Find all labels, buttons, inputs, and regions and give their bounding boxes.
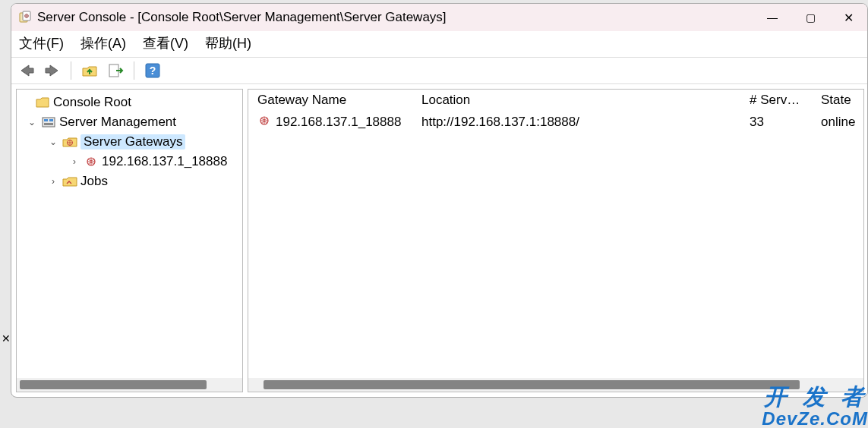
toolbar: ? <box>11 57 867 84</box>
list-horizontal-scrollbar[interactable] <box>248 378 863 392</box>
tree-node-server-management[interactable]: ⌄ Server Management <box>20 112 242 132</box>
management-icon <box>41 115 56 129</box>
scrollbar-thumb[interactable] <box>20 380 207 389</box>
forward-arrow-icon <box>44 64 61 77</box>
tree-node-gateway-instance[interactable]: › 192.168.137.1_18888 <box>20 152 242 172</box>
chevron-right-icon[interactable]: › <box>47 176 59 187</box>
list-pane: Gateway Name Location # Serv… State 192.… <box>248 89 864 392</box>
folder-icon <box>35 96 50 109</box>
svg-rect-9 <box>44 123 53 125</box>
app-window: Server Console - [Console Root\Server Ma… <box>11 3 868 398</box>
tree-label: Jobs <box>80 174 108 189</box>
window-title: Server Console - [Console Root\Server Ma… <box>37 10 447 25</box>
forward-button[interactable] <box>42 60 63 81</box>
chevron-right-icon[interactable]: › <box>68 156 80 167</box>
tree-label: Console Root <box>53 95 131 110</box>
svg-rect-8 <box>49 119 53 121</box>
tree-label: 192.168.137.1_18888 <box>102 154 227 169</box>
tree-horizontal-scrollbar[interactable] <box>17 378 242 392</box>
nav-tree[interactable]: Console Root ⌄ Server Management ⌄ Serve… <box>17 90 242 378</box>
list-header: Gateway Name Location # Serv… State <box>248 90 863 111</box>
aux-close-icon[interactable]: ✕ <box>2 332 11 345</box>
tree-node-server-gateways[interactable]: ⌄ Server Gateways <box>20 132 242 152</box>
menu-file[interactable]: 文件(F) <box>19 34 64 52</box>
menubar: 文件(F) 操作(A) 查看(V) 帮助(H) <box>11 31 867 57</box>
help-button[interactable]: ? <box>142 60 163 81</box>
folder-up-icon <box>81 64 98 77</box>
folder-up-button[interactable] <box>79 60 100 81</box>
cell-name: 192.168.137.1_18888 <box>276 115 401 130</box>
chevron-down-icon[interactable]: ⌄ <box>26 117 38 127</box>
menu-action[interactable]: 操作(A) <box>80 34 126 52</box>
maximize-button[interactable]: ▢ <box>791 4 829 31</box>
list-body: 192.168.137.1_18888 http://192.168.137.1… <box>248 111 863 378</box>
watermark-line2: DevZe.CoM <box>762 409 868 428</box>
jobs-folder-icon <box>62 175 77 188</box>
svg-rect-7 <box>44 119 48 121</box>
column-header-state[interactable]: State <box>818 93 863 108</box>
export-icon <box>107 63 124 78</box>
scrollbar-thumb[interactable] <box>264 380 800 389</box>
back-arrow-icon <box>18 64 35 77</box>
tree-node-console-root[interactable]: Console Root <box>20 93 242 112</box>
close-button[interactable]: ✕ <box>829 4 867 31</box>
column-header-servers[interactable]: # Serv… <box>746 93 818 108</box>
cell-state: online <box>818 115 863 130</box>
column-header-location[interactable]: Location <box>418 93 746 108</box>
gateways-folder-icon <box>62 135 77 149</box>
window-controls: — ▢ ✕ <box>753 4 867 31</box>
tree-label-selected: Server Gateways <box>80 134 185 149</box>
gateway-icon <box>257 115 271 131</box>
tree-label: Server Management <box>59 115 176 130</box>
toolbar-separator <box>134 61 134 80</box>
tree-node-jobs[interactable]: › Jobs <box>20 172 242 191</box>
menu-view[interactable]: 查看(V) <box>143 34 188 52</box>
menu-help[interactable]: 帮助(H) <box>205 34 251 52</box>
cell-location: http://192.168.137.1:18888/ <box>418 115 746 130</box>
chevron-down-icon[interactable]: ⌄ <box>47 137 59 147</box>
content-area: Console Root ⌄ Server Management ⌄ Serve… <box>11 84 867 397</box>
svg-text:?: ? <box>150 65 156 77</box>
export-button[interactable] <box>105 60 126 81</box>
minimize-button[interactable]: — <box>753 4 791 31</box>
cell-servers: 33 <box>746 115 818 130</box>
app-icon <box>17 10 33 25</box>
tree-pane: Console Root ⌄ Server Management ⌄ Serve… <box>16 89 243 392</box>
column-header-name[interactable]: Gateway Name <box>254 93 418 108</box>
toolbar-separator <box>71 61 71 80</box>
svg-rect-6 <box>43 118 55 127</box>
gateway-icon <box>84 155 99 168</box>
help-icon: ? <box>145 63 160 78</box>
back-button[interactable] <box>16 60 37 81</box>
titlebar: Server Console - [Console Root\Server Ma… <box>11 4 867 31</box>
table-row[interactable]: 192.168.137.1_18888 http://192.168.137.1… <box>254 111 863 134</box>
